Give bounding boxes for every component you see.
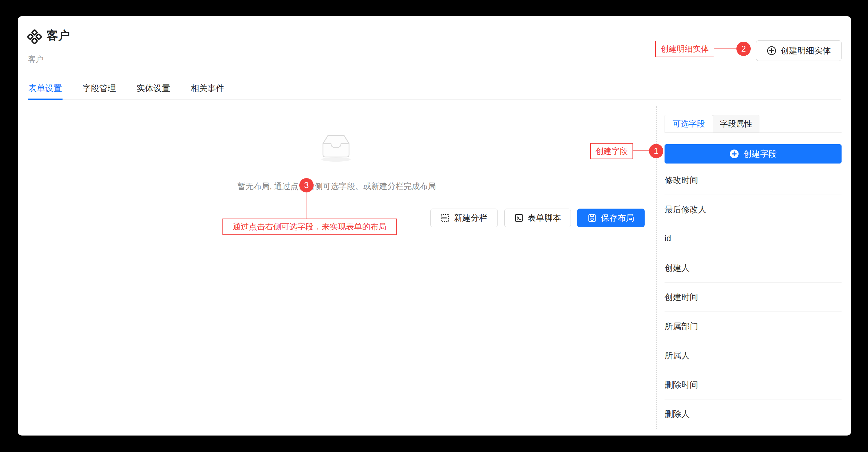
create-detail-entity-label: 创建明细实体 [781, 45, 831, 56]
annotation-1-number: 1 [654, 147, 658, 156]
create-field-button[interactable]: 创建字段 [664, 144, 842, 163]
page-title: 客户 [46, 28, 70, 43]
form-script-button[interactable]: 表单脚本 [504, 208, 571, 227]
diamond-cluster-icon [27, 29, 42, 44]
form-script-label: 表单脚本 [528, 212, 561, 224]
create-detail-entity-button[interactable]: 创建明细实体 [756, 40, 842, 61]
tab-field-management[interactable]: 字段管理 [82, 82, 117, 99]
annotation-3-connector [306, 192, 306, 219]
app-window: 客户 客户 创建明细实体 创建明细实体 2 表单设置 字段管理 实体设置 相关事… [18, 16, 851, 435]
annotation-2-number: 2 [741, 44, 746, 54]
right-panel-tab-bar: 可选字段 字段属性 [664, 115, 842, 133]
annotation-2-label-box: 创建明细实体 [655, 41, 714, 57]
field-item[interactable]: 创建人 [664, 253, 842, 283]
available-field-list: 修改时间 最后修改人 id 创建人 创建时间 所属部门 所属人 删除时间 删除人 [664, 166, 842, 428]
annotation-2-badge: 2 [736, 42, 751, 56]
tab-field-properties[interactable]: 字段属性 [713, 115, 760, 132]
page-subtitle: 客户 [28, 54, 43, 64]
new-column-label: 新建分栏 [454, 212, 488, 224]
save-icon [587, 213, 597, 223]
new-column-button[interactable]: 新建分栏 [430, 208, 498, 227]
field-item[interactable]: 删除时间 [664, 370, 842, 399]
plus-circle-filled-icon [729, 149, 739, 159]
field-item[interactable]: 所属部门 [664, 312, 842, 341]
annotation-3-number: 3 [304, 181, 309, 190]
inbox-icon [317, 132, 355, 163]
annotation-1-badge: 1 [649, 144, 663, 158]
annotation-2-connector [714, 49, 736, 49]
field-item[interactable]: 修改时间 [664, 166, 842, 195]
main-tab-bar: 表单设置 字段管理 实体设置 相关事件 [28, 82, 841, 100]
field-item[interactable]: 所属人 [664, 341, 842, 370]
terminal-icon [514, 213, 524, 223]
annotation-3-label-box: 通过点击右侧可选字段，来实现表单的布局 [222, 219, 397, 235]
tab-available-fields[interactable]: 可选字段 [664, 115, 713, 132]
tab-related-events[interactable]: 相关事件 [190, 82, 225, 99]
tab-form-settings[interactable]: 表单设置 [28, 82, 63, 99]
save-layout-label: 保存布局 [601, 212, 634, 224]
tab-entity-settings[interactable]: 实体设置 [136, 82, 171, 99]
create-field-label: 创建字段 [743, 148, 777, 159]
annotation-3-text: 通过点击右侧可选字段，来实现表单的布局 [233, 221, 386, 232]
split-column-icon [440, 213, 450, 223]
annotation-1-label-box: 创建字段 [590, 143, 633, 159]
screenshot-stage: 客户 客户 创建明细实体 创建明细实体 2 表单设置 字段管理 实体设置 相关事… [0, 0, 868, 452]
save-layout-button[interactable]: 保存布局 [577, 208, 645, 227]
annotation-1-text: 创建字段 [595, 146, 628, 157]
field-item[interactable]: 创建时间 [664, 283, 842, 312]
field-item[interactable]: 删除人 [664, 399, 842, 428]
annotation-2-text: 创建明细实体 [660, 43, 709, 55]
field-item[interactable]: id [664, 224, 842, 253]
annotation-1-connector [633, 151, 649, 151]
empty-layout-hint: 暂无布局, 通过点击右侧可选字段、或新建分栏完成布局 [204, 181, 469, 192]
field-item[interactable]: 最后修改人 [664, 195, 842, 224]
annotation-3-badge: 3 [299, 178, 314, 192]
plus-circle-icon [767, 46, 777, 56]
